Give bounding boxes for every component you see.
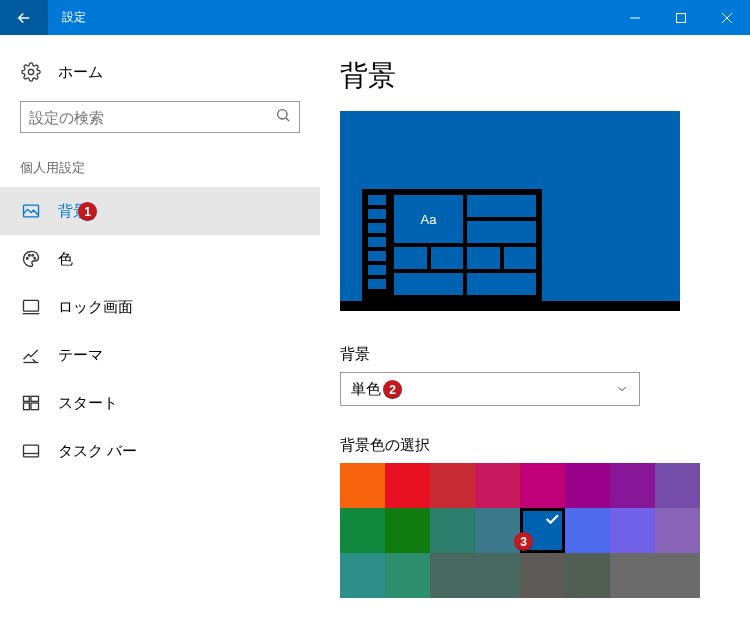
titlebar: 設定: [0, 0, 750, 35]
home-link[interactable]: ホーム: [0, 57, 320, 101]
svg-point-5: [278, 110, 287, 119]
palette-icon: [20, 248, 42, 270]
color-swatch[interactable]: [565, 553, 610, 598]
arrow-left-icon: [15, 9, 33, 27]
svg-point-9: [29, 254, 31, 256]
color-swatch[interactable]: [340, 463, 385, 508]
sidebar-item-label: テーマ: [58, 346, 103, 365]
taskbar-icon: [20, 440, 42, 462]
sidebar-item-background[interactable]: 背景 1: [0, 187, 320, 235]
close-button[interactable]: [704, 0, 750, 35]
color-swatch[interactable]: [655, 508, 700, 553]
svg-rect-17: [31, 403, 39, 410]
chevron-down-icon: [615, 382, 629, 396]
color-swatch[interactable]: 3: [520, 508, 565, 553]
color-swatch[interactable]: [340, 508, 385, 553]
svg-rect-14: [24, 396, 30, 401]
color-swatch[interactable]: [430, 553, 475, 598]
start-menu-preview: Aa: [362, 189, 542, 301]
color-swatch[interactable]: [520, 553, 565, 598]
maximize-button[interactable]: [658, 0, 704, 35]
background-type-select[interactable]: 単色 2: [340, 372, 640, 406]
search-input[interactable]: [29, 109, 267, 126]
color-swatch[interactable]: [385, 508, 430, 553]
background-type-value: 単色: [351, 380, 381, 399]
annotation-badge-2: 2: [383, 380, 402, 399]
color-swatch[interactable]: [565, 463, 610, 508]
color-swatch[interactable]: [655, 463, 700, 508]
background-preview: Aa: [340, 111, 680, 311]
svg-rect-15: [31, 396, 39, 401]
minimize-icon: [629, 12, 641, 24]
sidebar-item-themes[interactable]: テーマ: [0, 331, 320, 379]
color-swatch[interactable]: [385, 463, 430, 508]
theme-icon: [20, 344, 42, 366]
color-swatch[interactable]: [655, 553, 700, 598]
color-swatch[interactable]: [385, 553, 430, 598]
search-icon: [275, 107, 291, 127]
taskbar-preview: [340, 301, 680, 311]
maximize-icon: [675, 12, 687, 24]
color-swatch[interactable]: [610, 508, 655, 553]
sidebar-item-label: タスク バー: [58, 442, 137, 461]
gear-icon: [20, 61, 42, 83]
color-swatch[interactable]: [610, 463, 655, 508]
sidebar-item-label: 色: [58, 250, 73, 269]
sidebar-item-taskbar[interactable]: タスク バー: [0, 427, 320, 475]
svg-rect-1: [677, 13, 686, 22]
color-swatch[interactable]: [475, 508, 520, 553]
svg-point-10: [32, 254, 34, 256]
sidebar: ホーム 個人用設定 背景 1 色: [0, 35, 320, 623]
color-swatch[interactable]: [610, 553, 655, 598]
minimize-button[interactable]: [612, 0, 658, 35]
close-icon: [721, 12, 733, 24]
image-icon: [20, 200, 42, 222]
svg-point-8: [26, 257, 28, 259]
category-label: 個人用設定: [0, 159, 320, 187]
svg-rect-18: [24, 445, 39, 457]
home-label: ホーム: [58, 63, 103, 82]
window-title: 設定: [48, 0, 100, 35]
preview-sample-text: Aa: [394, 195, 463, 243]
check-icon: [543, 510, 561, 528]
content-pane: 背景 Aa: [320, 35, 750, 623]
sidebar-item-lock-screen[interactable]: ロック画面: [0, 283, 320, 331]
color-swatch[interactable]: [430, 508, 475, 553]
lock-screen-icon: [20, 296, 42, 318]
svg-rect-16: [24, 403, 30, 410]
color-swatch[interactable]: [565, 508, 610, 553]
svg-line-6: [286, 118, 289, 121]
color-swatch[interactable]: [520, 463, 565, 508]
svg-rect-12: [24, 300, 39, 311]
page-title: 背景: [340, 57, 720, 95]
color-section-label: 背景色の選択: [340, 436, 720, 455]
start-icon: [20, 392, 42, 414]
color-swatch[interactable]: [475, 463, 520, 508]
search-box[interactable]: [20, 101, 300, 133]
color-swatch[interactable]: [430, 463, 475, 508]
sidebar-item-colors[interactable]: 色: [0, 235, 320, 283]
sidebar-item-label: ロック画面: [58, 298, 133, 317]
annotation-badge-1: 1: [78, 202, 97, 221]
sidebar-item-start[interactable]: スタート: [0, 379, 320, 427]
color-swatch-grid: 3: [340, 463, 700, 598]
back-button[interactable]: [0, 0, 48, 35]
color-swatch[interactable]: [340, 553, 385, 598]
svg-point-4: [28, 69, 33, 74]
annotation-badge-3: 3: [514, 532, 533, 551]
window-body: ホーム 個人用設定 背景 1 色: [0, 35, 750, 623]
color-swatch[interactable]: [475, 553, 520, 598]
settings-window: 設定 ホーム: [0, 0, 750, 623]
sidebar-item-label: スタート: [58, 394, 118, 413]
background-type-label: 背景: [340, 345, 720, 364]
svg-point-11: [34, 257, 36, 259]
